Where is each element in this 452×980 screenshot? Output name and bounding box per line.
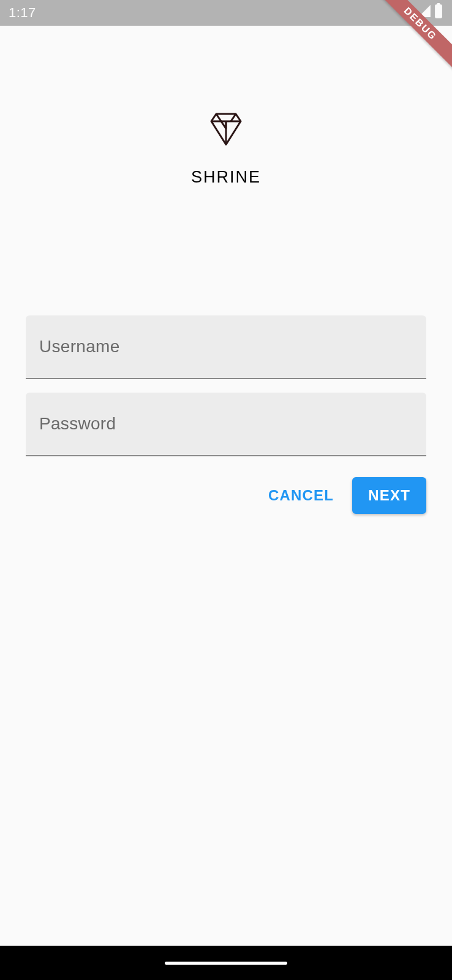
password-input[interactable] xyxy=(26,393,426,455)
cellular-icon xyxy=(418,4,431,21)
diamond-icon xyxy=(208,111,244,151)
battery-icon xyxy=(434,3,443,23)
svg-rect-0 xyxy=(435,4,442,18)
button-row: CANCEL NEXT xyxy=(26,477,426,514)
username-input[interactable] xyxy=(26,315,426,378)
logo-section: SHRINE xyxy=(26,111,426,187)
username-field[interactable]: Username xyxy=(26,315,426,379)
app-title: SHRINE xyxy=(191,168,261,187)
status-bar: 1:17 xyxy=(0,0,452,26)
next-button[interactable]: NEXT xyxy=(352,477,426,514)
password-field[interactable]: Password xyxy=(26,393,426,456)
svg-rect-1 xyxy=(437,3,440,6)
wifi-icon xyxy=(399,4,415,21)
login-content: SHRINE Username Password CANCEL NEXT xyxy=(0,26,452,514)
android-nav-bar xyxy=(0,946,452,980)
home-indicator[interactable] xyxy=(165,962,287,965)
login-form: Username Password CANCEL NEXT xyxy=(26,315,426,514)
status-time: 1:17 xyxy=(9,5,36,21)
status-icons xyxy=(399,3,443,23)
cancel-button[interactable]: CANCEL xyxy=(257,477,345,514)
